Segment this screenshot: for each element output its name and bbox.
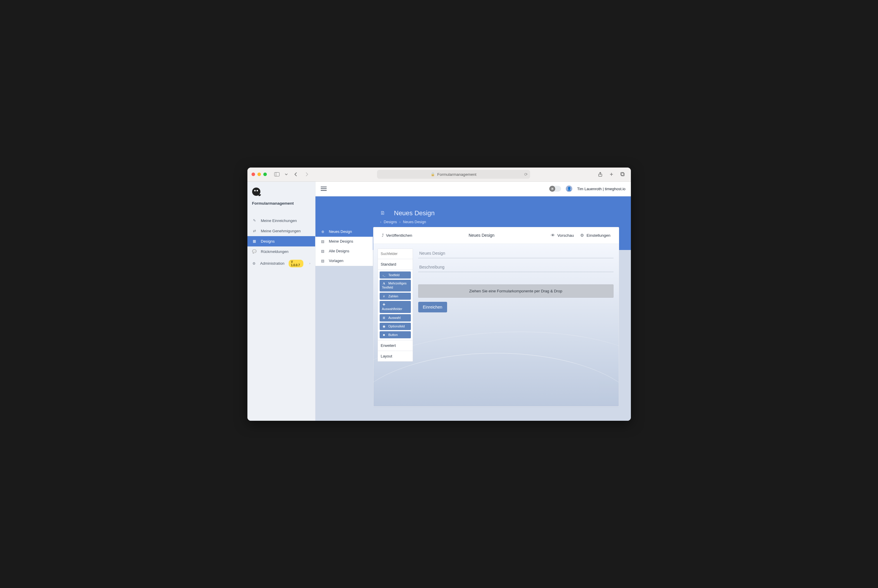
- radio-icon: ◉: [382, 324, 386, 328]
- hash-icon: #: [382, 294, 386, 298]
- palette-label: Textfeld: [389, 273, 400, 277]
- address-bar-text: Formularmanagement: [437, 172, 477, 177]
- nav-approvals[interactable]: ⇄ Meine Genehmigungen: [248, 226, 315, 236]
- button-label: Einstellungen: [587, 233, 610, 238]
- chevron-right-icon: ›: [309, 262, 310, 265]
- subnav-new-design[interactable]: ⊕ Neues Design: [315, 227, 373, 237]
- palette-label: Zahlen: [389, 294, 399, 298]
- palette-item-multiline[interactable]: A Mehrzeiliges Mehrzeiliges Textfeld Tex…: [380, 280, 411, 291]
- square-icon: ■: [382, 333, 386, 336]
- designer-title: Neues Design: [419, 233, 545, 238]
- window-close[interactable]: [252, 172, 255, 176]
- settings-button[interactable]: ⚙ Einstellungen: [580, 233, 610, 238]
- designer-card: ⤴ Veröffentlichen Neues Design 👁 Vo: [373, 227, 619, 406]
- nav-label: Meine Genehmigungen: [261, 229, 301, 233]
- designer-body: Standard ›_ Textfeld: [374, 244, 619, 406]
- palette-label: Optionsfeld: [389, 324, 405, 328]
- svg-rect-0: [274, 172, 279, 176]
- subnav-label: Alle Designs: [329, 249, 349, 253]
- brand-logo-icon: [252, 188, 260, 196]
- designs-subnav: ⊕ Neues Design ▤ Meine Designs ▤ Alle De…: [315, 227, 373, 266]
- window-controls: [252, 172, 267, 176]
- font-icon: A: [382, 282, 386, 285]
- button-label: Veröffentlichen: [386, 233, 412, 238]
- nav-label: Administration: [260, 261, 284, 266]
- subnav-label: Meine Designs: [329, 239, 353, 243]
- nav-forward-icon[interactable]: [303, 170, 311, 178]
- approvals-icon: ⇄: [252, 229, 257, 233]
- brand-name: Formularmanagement: [252, 201, 311, 206]
- chevron-right-icon: ›: [399, 220, 401, 224]
- palette-label: Button: [389, 333, 398, 336]
- address-bar[interactable]: 🔒 Formularmanagement ⟳: [377, 170, 530, 179]
- preview-button[interactable]: 👁 Vorschau: [551, 233, 574, 238]
- subnav-all-designs[interactable]: ▤ Alle Designs: [315, 246, 373, 256]
- palette-item-textfield[interactable]: ›_ Textfeld: [380, 272, 411, 279]
- palette-item-select[interactable]: ≣ Auswahl: [380, 314, 411, 321]
- browser-chrome: 🔒 Formularmanagement ⟳: [248, 168, 631, 182]
- palette-item-selectfields[interactable]: ✚ Auswahlfelder: [380, 301, 411, 313]
- chevron-right-icon: ›: [380, 220, 381, 224]
- new-tab-icon[interactable]: [607, 170, 615, 178]
- drop-zone[interactable]: Ziehen Sie eine Formularkomponente per D…: [418, 284, 614, 298]
- nav-label: Meine Einreichungen: [261, 219, 297, 223]
- nav-feedback[interactable]: 💬 Rückmeldungen: [248, 246, 315, 257]
- app-root: Formularmanagement ✎ Meine Einreichungen…: [248, 182, 631, 421]
- form-title-input[interactable]: [418, 249, 614, 258]
- palette-item-button[interactable]: ■ Button: [380, 331, 411, 338]
- user-avatar[interactable]: 👤: [566, 186, 572, 192]
- nav-back-icon[interactable]: [291, 170, 300, 178]
- nav-label: Rückmeldungen: [261, 249, 289, 254]
- terminal-icon: ›_: [382, 273, 386, 277]
- nav-designs[interactable]: ▦ Designs: [248, 236, 315, 246]
- crumb-designs[interactable]: Designs: [384, 220, 397, 224]
- sidebar-toggle-icon[interactable]: [273, 170, 281, 178]
- subnav-templates[interactable]: ▤ Vorlagen: [315, 256, 373, 266]
- window-minimize[interactable]: [257, 172, 261, 176]
- designs-icon: ▦: [252, 239, 257, 243]
- chat-icon: 💬: [252, 249, 257, 254]
- palette-group-layout[interactable]: Layout: [378, 351, 413, 361]
- theme-toggle[interactable]: ☀: [550, 186, 561, 192]
- lock-icon: 🔒: [431, 172, 435, 176]
- list-icon: ▤: [321, 239, 325, 243]
- crumb-current: Neues Design: [403, 220, 426, 224]
- window-maximize[interactable]: [263, 172, 267, 176]
- nav-submissions[interactable]: ✎ Meine Einreichungen: [248, 216, 315, 226]
- subnav-label: Neues Design: [329, 230, 352, 234]
- palette-search-input[interactable]: [378, 249, 413, 259]
- chevron-down-icon[interactable]: [284, 170, 289, 178]
- person-send-icon: ✎: [252, 219, 257, 223]
- subnav-label: Vorlagen: [329, 259, 344, 263]
- palette-group-standard[interactable]: Standard: [378, 259, 413, 270]
- publish-button[interactable]: ⤴ Veröffentlichen: [382, 233, 412, 238]
- theme-icon: ☀: [549, 186, 555, 192]
- brand: Formularmanagement: [248, 182, 315, 209]
- browser-window: 🔒 Formularmanagement ⟳ Formularmanagem: [248, 168, 631, 421]
- user-label[interactable]: Tim Lauenroth | timeghost.io: [577, 187, 625, 191]
- designer-canvas: Ziehen Sie eine Formularkomponente per D…: [418, 249, 614, 402]
- eye-icon: 👁: [551, 233, 555, 238]
- subnav-my-designs[interactable]: ▤ Meine Designs: [315, 237, 373, 246]
- form-description-input[interactable]: [418, 262, 614, 272]
- tabs-overview-icon[interactable]: [618, 170, 627, 178]
- reload-icon[interactable]: ⟳: [524, 172, 528, 177]
- breadcrumb: › Designs › Neues Design: [380, 220, 631, 224]
- main-area: ☀ 👤 Tim Lauenroth | timeghost.io 🗎 Neues…: [315, 182, 631, 421]
- share-icon[interactable]: [596, 170, 604, 178]
- gear-icon: ⚙: [580, 233, 584, 238]
- nav-administration[interactable]: ⚙ Administration V 1.0.0.7 ›: [248, 257, 315, 270]
- page-title: Neues Design: [394, 209, 435, 217]
- palette-group-advanced[interactable]: Erweitert: [378, 340, 413, 351]
- palette-item-numbers[interactable]: # Zahlen: [380, 292, 411, 300]
- gear-icon: ⚙: [252, 261, 256, 266]
- content-scroll[interactable]: 🗎 Neues Design › Designs › Neues Design: [315, 196, 631, 421]
- plus-square-icon: ✚: [382, 303, 386, 306]
- palette-item-option[interactable]: ◉ Optionsfeld: [380, 323, 411, 330]
- list-icon: ▤: [321, 259, 325, 263]
- menu-toggle-icon[interactable]: [321, 187, 327, 191]
- nav-label: Designs: [261, 239, 275, 243]
- designer-toolbar: ⤴ Veröffentlichen Neues Design 👁 Vo: [374, 227, 619, 244]
- submit-button[interactable]: Einreichen: [418, 302, 447, 312]
- clipboard-icon: 🗎: [380, 210, 385, 216]
